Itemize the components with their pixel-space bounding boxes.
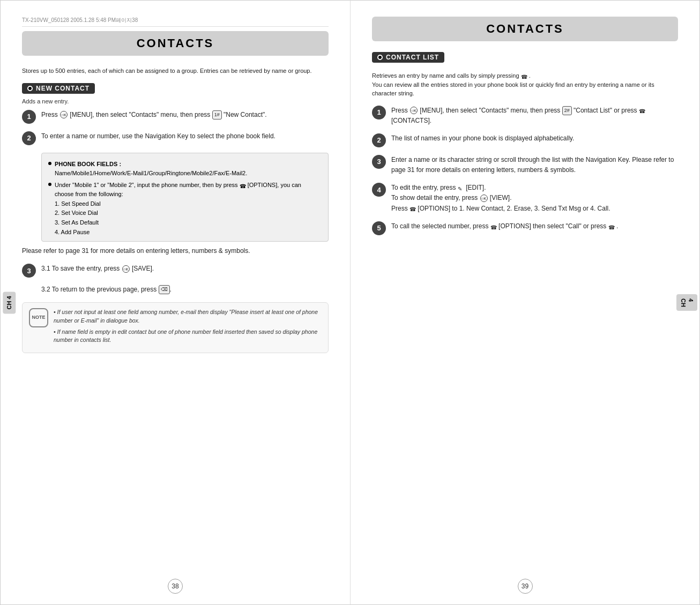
fields-title-text: PHONE BOOK FIELDS : Name/Mobile1/Home/Wo…: [55, 160, 247, 178]
right-page: CH4 CONTACTS CONTACT LIST Retrieves an e…: [350, 0, 700, 605]
right-step-4-circle: 4: [372, 183, 386, 197]
note-text-content: • If user not input at least one field a…: [54, 308, 322, 347]
bullet-dot-2: [48, 183, 51, 186]
right-intro-text: Retrieves an entry by name and calls by …: [372, 71, 678, 98]
right-step-5: 5 To call the selected number, press ☎ […: [372, 221, 678, 235]
options-icon-4: ☎: [409, 205, 416, 212]
options-icon-5: ☎: [490, 223, 497, 230]
right-step-4: 4 To edit the entry, press ✎ [EDIT]. To …: [372, 183, 678, 214]
call-icon: ☎: [608, 223, 615, 230]
step-1-circle: 1: [22, 110, 36, 124]
note-box: NOTE • If user not input at least one fi…: [22, 302, 329, 353]
step-1-text: Press ○K [MENU], then select "Contacts" …: [41, 110, 329, 120]
left-page-title: CONTACTS: [22, 36, 329, 50]
right-step-5-circle: 5: [372, 221, 386, 235]
contactlist-btn: 2#: [562, 106, 572, 115]
right-step-2: 2 The list of names in your phone book i…: [372, 133, 678, 147]
left-page-number: 38: [168, 579, 183, 594]
fields-options-row: Under "Mobile 1" or "Mobile 2", input th…: [48, 181, 322, 237]
options-icon: ☎: [240, 182, 246, 189]
fields-options-text: Under "Mobile 1" or "Mobile 2", input th…: [55, 181, 322, 237]
phone-icon-intro: ☎: [521, 73, 527, 79]
section-sublabel: Adds a new entry.: [22, 98, 329, 104]
menu-icon: ○K: [60, 111, 68, 118]
right-step-2-text: The list of names in your phone book is …: [391, 133, 678, 144]
right-step-2-circle: 2: [372, 133, 386, 147]
step-1: 1 Press ○K [MENU], then select "Contacts…: [22, 110, 329, 124]
note-icon: NOTE: [29, 308, 48, 327]
chapter-marker-right: CH4: [676, 294, 697, 311]
menu-icon-r1: ○K: [410, 107, 418, 114]
print-header: TX-210VW_050128 2005.1.28 5:48 PM페이지38: [22, 17, 329, 27]
section-dot: [27, 86, 33, 91]
step-3-circle: 3: [22, 264, 36, 278]
right-header-bar: CONTACTS: [372, 17, 678, 41]
back-btn: ⌫: [159, 285, 170, 294]
chapter-marker-left: CH 4: [3, 292, 16, 313]
step-2: 2 To enter a name or number, use the Nav…: [22, 131, 329, 145]
right-step-3-text: Enter a name or its character string or …: [391, 155, 678, 175]
right-page-title: CONTACTS: [372, 22, 678, 36]
phone-icon-1: ☎: [639, 107, 645, 114]
edit-icon: ✎: [458, 185, 464, 191]
right-step-1-text: Press ○K [MENU], then select "Contacts" …: [391, 106, 678, 126]
ref-text: Please refer to page 31 for more details…: [22, 246, 329, 256]
left-intro-text: Stores up to 500 entries, each of which …: [22, 66, 329, 76]
right-step-5-text: To call the selected number, press ☎ [OP…: [391, 221, 678, 231]
left-page: TX-210VW_050128 2005.1.28 5:48 PM페이지38 C…: [0, 0, 350, 605]
newcontact-btn: 1#: [212, 110, 222, 119]
view-icon: ○K: [480, 195, 488, 202]
bullet-dot-1: [48, 162, 51, 165]
left-header-bar: CONTACTS: [22, 31, 329, 56]
fields-box: PHONE BOOK FIELDS : Name/Mobile1/Home/Wo…: [41, 153, 329, 242]
fields-box-wrapper: PHONE BOOK FIELDS : Name/Mobile1/Home/Wo…: [41, 153, 329, 242]
contact-list-section-header: CONTACT LIST: [372, 52, 444, 63]
step-3: 3 3.1 To save the entry, press ○K [SAVE]…: [22, 264, 329, 295]
save-icon: ○K: [122, 265, 130, 273]
right-step-3: 3 Enter a name or its character string o…: [372, 155, 678, 175]
right-step-3-circle: 3: [372, 155, 386, 169]
step-3-text: 3.1 To save the entry, press ○K [SAVE]. …: [41, 264, 329, 295]
right-step-4-text: To edit the entry, press ✎ [EDIT]. To sh…: [391, 183, 678, 214]
step-2-text: To enter a name or number, use the Navig…: [41, 131, 329, 141]
right-step-1: 1 Press ○K [MENU], then select "Contacts…: [372, 106, 678, 126]
new-contact-section-header: NEW CONTACT: [22, 83, 95, 94]
section-dot-right: [377, 55, 383, 60]
fields-title-row: PHONE BOOK FIELDS : Name/Mobile1/Home/Wo…: [48, 160, 322, 178]
right-step-1-circle: 1: [372, 106, 386, 119]
step-2-circle: 2: [22, 131, 36, 145]
right-page-number: 39: [518, 579, 533, 594]
